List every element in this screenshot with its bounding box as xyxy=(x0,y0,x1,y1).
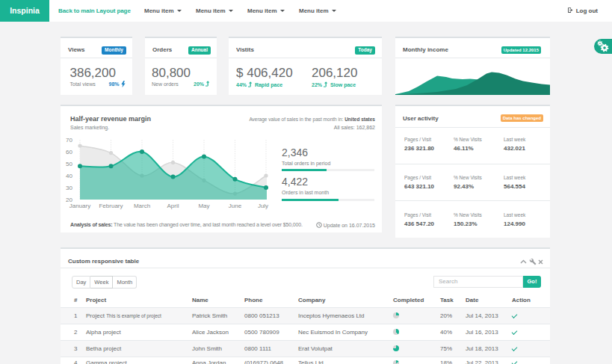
svg-text:March: March xyxy=(134,203,150,209)
svg-text:May: May xyxy=(198,203,209,209)
svg-text:40: 40 xyxy=(66,173,72,179)
svg-text:July: July xyxy=(258,203,268,209)
svg-text:30: 30 xyxy=(66,185,72,191)
svg-text:April: April xyxy=(167,203,179,209)
svg-text:70: 70 xyxy=(66,137,72,144)
svg-text:January: January xyxy=(69,203,90,209)
svg-text:June: June xyxy=(229,203,242,209)
svg-text:60: 60 xyxy=(66,149,72,155)
svg-text:February: February xyxy=(99,203,123,209)
svg-text:50: 50 xyxy=(66,161,72,167)
